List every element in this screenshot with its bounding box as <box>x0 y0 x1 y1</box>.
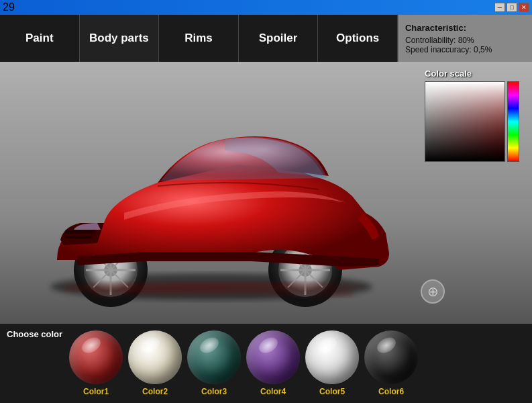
swatch-label-color4: Color4 <box>260 387 286 396</box>
swatch-highlight <box>256 334 280 356</box>
title-bar-buttons: ─ □ ✕ <box>494 3 529 12</box>
nav-paint[interactable]: Paint <box>0 15 80 62</box>
characteristics-panel: Characteristic: Controllability: 80% Spe… <box>398 15 532 62</box>
color-scale-panel: Color scale <box>425 69 525 162</box>
char-speed: Speed inaccuracy: 0,5% <box>405 45 525 54</box>
svg-rect-16 <box>65 236 92 238</box>
maximize-button[interactable]: □ <box>507 3 517 12</box>
nav-rims[interactable]: Rims <box>159 15 239 62</box>
color-scale-container <box>425 81 525 162</box>
nav-body-parts[interactable]: Body parts <box>80 15 160 62</box>
choose-color-label: Choose color <box>7 324 62 339</box>
swatch-ball-color3 <box>187 330 241 384</box>
swatch-ball-color1 <box>69 330 123 384</box>
swatch-highlight <box>138 334 162 356</box>
swatch-label-color6: Color6 <box>378 387 404 396</box>
color-scale-label: Color scale <box>425 69 525 79</box>
swatch-highlight <box>315 334 339 356</box>
color-gradient-box[interactable] <box>425 81 505 162</box>
close-button[interactable]: ✕ <box>519 3 529 12</box>
swatch-label-color1: Color1 <box>83 387 109 396</box>
bottom-panel: Choose color Color1Color2Color3Color4Col… <box>0 324 532 403</box>
car-svg <box>23 79 399 307</box>
color-swatch-color1[interactable]: Color1 <box>69 330 123 396</box>
color-swatch-color6[interactable]: Color6 <box>364 330 418 396</box>
swatch-label-color5: Color5 <box>319 387 345 396</box>
swatch-highlight <box>197 334 221 356</box>
char-controllability: Controllability: 80% <box>405 36 525 45</box>
rotate-button[interactable]: ⊕ <box>421 279 445 304</box>
viewport: ⊕ Color scale <box>0 62 532 324</box>
hue-strip[interactable] <box>507 81 519 162</box>
gradient-dark-overlay <box>425 82 504 161</box>
char-title: Characteristic: <box>405 23 525 33</box>
title-bar-text: 29 <box>3 1 15 13</box>
color-swatch-color3[interactable]: Color3 <box>187 330 241 396</box>
color-swatches: Color1Color2Color3Color4Color5Color6 <box>69 330 525 396</box>
car-display <box>20 75 403 310</box>
color-swatch-color4[interactable]: Color4 <box>246 330 300 396</box>
swatch-ball-color2 <box>128 330 182 384</box>
minimize-button[interactable]: ─ <box>494 3 505 12</box>
swatch-label-color3: Color3 <box>201 387 227 396</box>
swatch-highlight <box>79 334 103 356</box>
nav-options[interactable]: Options <box>318 15 398 62</box>
swatch-ball-color4 <box>246 330 300 384</box>
swatch-ball-color5 <box>305 330 359 384</box>
rotate-icon: ⊕ <box>427 283 439 300</box>
nav-spoiler[interactable]: Spoiler <box>239 15 319 62</box>
color-swatch-color5[interactable]: Color5 <box>305 330 359 396</box>
swatch-label-color2: Color2 <box>142 387 168 396</box>
color-swatch-color2[interactable]: Color2 <box>128 330 182 396</box>
title-bar: 29 ─ □ ✕ <box>0 0 532 15</box>
svg-rect-15 <box>65 230 95 234</box>
nav-bar: Paint Body parts Rims Spoiler Options Ch… <box>0 15 532 62</box>
swatch-highlight <box>374 334 398 356</box>
swatch-ball-color6 <box>364 330 418 384</box>
